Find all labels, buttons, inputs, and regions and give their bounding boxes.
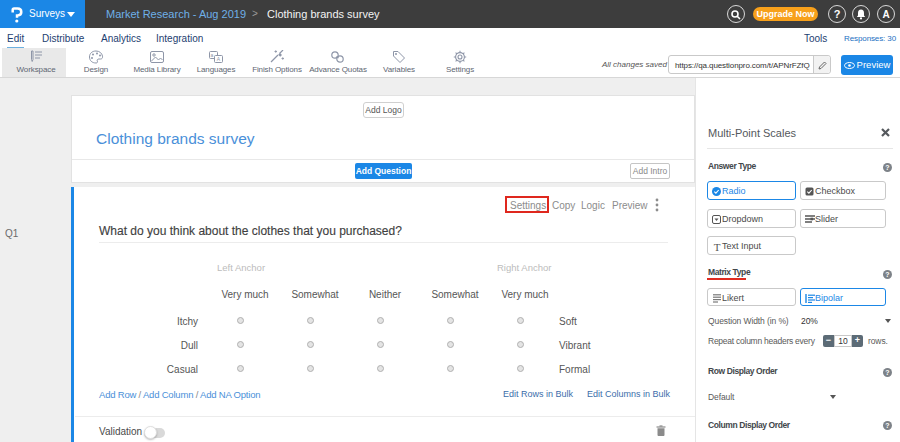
svg-text:a: a: [211, 52, 214, 58]
svg-text:T: T: [714, 242, 721, 252]
